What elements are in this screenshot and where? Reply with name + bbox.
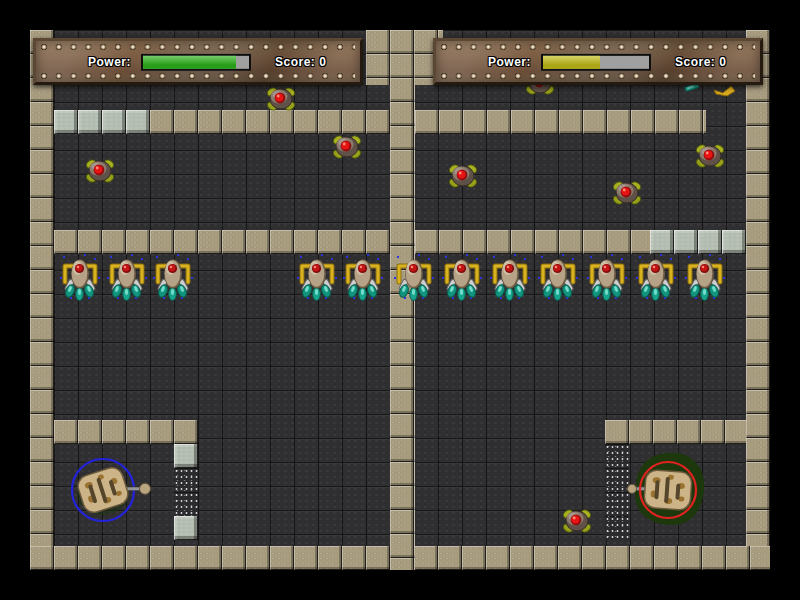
enemy-ship xyxy=(536,253,580,301)
wall-stone xyxy=(746,30,770,570)
power-label: Power: xyxy=(488,55,531,69)
wall-stone xyxy=(415,230,650,254)
hud-panel-player2: Power: Score: 0 xyxy=(433,38,763,85)
player-2-vehicle xyxy=(598,448,718,532)
enemy-bug xyxy=(562,507,592,535)
wall-stone xyxy=(150,110,390,134)
wall-metal xyxy=(650,230,746,254)
hud-panel-player1: Power: Score: 0 xyxy=(33,38,363,85)
enemy-ship xyxy=(585,253,629,301)
enemy-ship xyxy=(341,253,385,301)
rivet-row xyxy=(41,72,355,80)
wall-stone xyxy=(415,110,706,134)
wall-stone xyxy=(605,420,746,444)
enemy-bug xyxy=(332,133,362,161)
rivet-row xyxy=(41,43,355,51)
wall-sand xyxy=(174,468,198,516)
power-bar-fill xyxy=(143,55,236,68)
power-label: Power: xyxy=(88,55,131,69)
enemy-bug xyxy=(85,157,115,185)
wall-stone xyxy=(54,230,390,254)
enemy-bug xyxy=(695,142,725,170)
enemy-ship xyxy=(58,253,102,301)
enemy-bug xyxy=(612,179,642,207)
enemy-ship xyxy=(392,253,436,301)
wall-stone xyxy=(54,420,198,444)
wall-metal xyxy=(54,110,150,134)
enemy-ship xyxy=(151,253,195,301)
wall-metal xyxy=(174,444,198,468)
rivet-row xyxy=(441,43,755,51)
enemy-ship xyxy=(440,253,484,301)
rivet-row xyxy=(441,72,755,80)
enemy-ship xyxy=(105,253,149,301)
hud-content: Power: Score: 0 xyxy=(36,53,360,70)
enemy-ship xyxy=(683,253,727,301)
wall-metal xyxy=(174,516,198,540)
enemy-ship xyxy=(634,253,678,301)
wall-stone xyxy=(30,30,54,570)
power-bar-fill xyxy=(543,55,600,68)
player-1-vehicle xyxy=(53,448,173,532)
enemy-ship xyxy=(295,253,339,301)
hud-content: Power: Score: 0 xyxy=(436,53,760,70)
gold-hook xyxy=(712,83,738,99)
enemy-bug xyxy=(448,162,478,190)
enemy-bug xyxy=(266,85,296,113)
game-window[interactable]: Power: Score: 0 Power: Score: 0 xyxy=(0,0,800,600)
power-bar xyxy=(141,53,251,70)
score-label: Score: 0 xyxy=(675,55,726,69)
power-bar xyxy=(541,53,651,70)
enemy-ship xyxy=(488,253,532,301)
score-label: Score: 0 xyxy=(275,55,326,69)
